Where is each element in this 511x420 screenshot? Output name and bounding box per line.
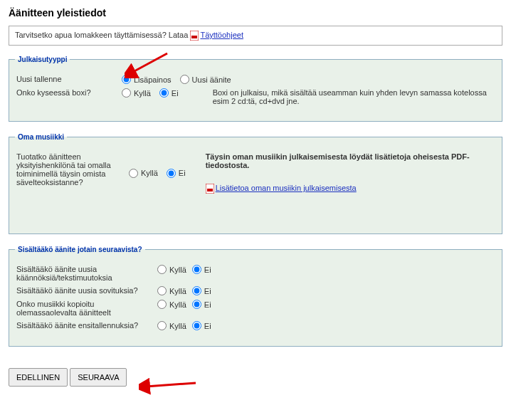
- radio-q4-no-label: Ei: [204, 322, 211, 330]
- label-uusi-tallenne: Uusi tallenne: [16, 75, 122, 83]
- radio-q1-no[interactable]: Ei: [192, 265, 211, 274]
- radio-q2-yes-input[interactable]: [157, 286, 167, 295]
- help-link[interactable]: Täyttöohjeet: [200, 31, 243, 39]
- radio-q2-yes-label: Kyllä: [169, 287, 186, 295]
- radio-q3-yes[interactable]: Kyllä: [157, 300, 186, 309]
- radio-q4-yes[interactable]: Kyllä: [157, 321, 186, 330]
- radio-uusi-aanite[interactable]: Uusi äänite: [180, 75, 231, 84]
- legend-oma-musiikki: Oma musiikki: [15, 133, 67, 141]
- help-box: Tarvitsetko apua lomakkeen täyttämisessä…: [9, 26, 502, 46]
- svg-rect-4: [207, 189, 213, 191]
- label-oma-musiikki: Tuotatko äänitteen yksityishenkilönä tai…: [16, 152, 129, 187]
- radio-uusi-aanite-input[interactable]: [180, 75, 189, 84]
- radio-q2-yes[interactable]: Kyllä: [157, 286, 186, 295]
- oma-pdf-link[interactable]: Lisätietoa oman musiikin julkaisemisesta: [216, 184, 357, 192]
- page-title: Äänitteen yleistiedot: [9, 7, 502, 19]
- radio-q2-no[interactable]: Ei: [192, 286, 211, 295]
- radio-lisapainos[interactable]: Lisäpainos: [122, 75, 172, 84]
- radio-q3-no[interactable]: Ei: [192, 300, 211, 309]
- next-button[interactable]: SEURAAVA: [70, 368, 127, 387]
- radio-q2-no-input[interactable]: [192, 286, 201, 295]
- oma-info-bold: Täysin oman musiikin julkaisemisesta löy…: [206, 152, 495, 169]
- legend-sisaltaa: Sisältääkö äänite jotain seuraavista?: [15, 246, 145, 253]
- button-bar: EDELLINEN SEURAAVA: [9, 368, 502, 387]
- boxi-info: Boxi on julkaisu, mikä sisältää useamman…: [213, 88, 495, 105]
- radio-q4-yes-label: Kyllä: [169, 322, 186, 330]
- radio-oma-yes-input[interactable]: [129, 169, 138, 178]
- radio-oma-no-input[interactable]: [167, 169, 176, 178]
- radio-q3-no-label: Ei: [204, 300, 211, 309]
- pdf-icon: [206, 184, 214, 194]
- fieldset-sisaltaa: Sisältääkö äänite jotain seuraavista? Si…: [9, 246, 502, 347]
- radio-boxi-yes[interactable]: Kyllä: [122, 88, 151, 98]
- legend-julkaisutyyppi: Julkaisutyyppi: [15, 56, 70, 63]
- radio-lisapainos-input[interactable]: [122, 75, 131, 84]
- radio-oma-no[interactable]: Ei: [167, 169, 186, 178]
- radio-q4-yes-input[interactable]: [157, 321, 167, 330]
- radio-boxi-no-label: Ei: [172, 89, 179, 98]
- radio-oma-no-label: Ei: [179, 169, 186, 177]
- pdf-icon: [190, 31, 199, 41]
- radio-q1-no-label: Ei: [204, 266, 211, 274]
- radio-q1-yes-label: Kyllä: [169, 266, 186, 274]
- radio-q1-yes-input[interactable]: [157, 265, 167, 274]
- fieldset-julkaisutyyppi: Julkaisutyyppi Uusi tallenne Lisäpainos …: [9, 56, 502, 122]
- help-text: Tarvitsetko apua lomakkeen täyttämisessä…: [15, 31, 190, 39]
- radio-q1-no-input[interactable]: [192, 265, 201, 274]
- prev-button[interactable]: EDELLINEN: [9, 368, 68, 387]
- fieldset-oma-musiikki: Oma musiikki Tuotatko äänitteen yksityis…: [9, 133, 502, 234]
- svg-rect-1: [191, 36, 197, 38]
- label-q3: Onko musiikki kopioitu olemassaolevalta …: [16, 300, 157, 317]
- radio-q4-no-input[interactable]: [192, 321, 201, 330]
- label-q1: Sisältääkö äänite uusia käännöksiä/tekst…: [16, 265, 157, 282]
- label-q4: Sisältääkö äänite ensitallennuksia?: [16, 321, 157, 330]
- radio-uusi-aanite-label: Uusi äänite: [192, 75, 231, 84]
- radio-q1-yes[interactable]: Kyllä: [157, 265, 186, 274]
- radio-oma-yes-label: Kyllä: [141, 169, 158, 177]
- label-boxi: Onko kyseessä boxi?: [16, 88, 122, 97]
- radio-boxi-no-input[interactable]: [159, 88, 169, 98]
- radio-q4-no[interactable]: Ei: [192, 321, 211, 330]
- radio-q3-yes-label: Kyllä: [169, 300, 186, 309]
- radio-boxi-no[interactable]: Ei: [159, 88, 179, 98]
- radio-q3-yes-input[interactable]: [157, 300, 167, 309]
- radio-boxi-yes-label: Kyllä: [134, 89, 151, 98]
- radio-lisapainos-label: Lisäpainos: [134, 75, 172, 84]
- radio-boxi-yes-input[interactable]: [122, 88, 131, 98]
- radio-q2-no-label: Ei: [204, 287, 211, 295]
- radio-q3-no-input[interactable]: [192, 300, 201, 309]
- label-q2: Sisältääkö äänite uusia sovituksia?: [16, 286, 157, 295]
- radio-oma-yes[interactable]: Kyllä: [129, 169, 158, 178]
